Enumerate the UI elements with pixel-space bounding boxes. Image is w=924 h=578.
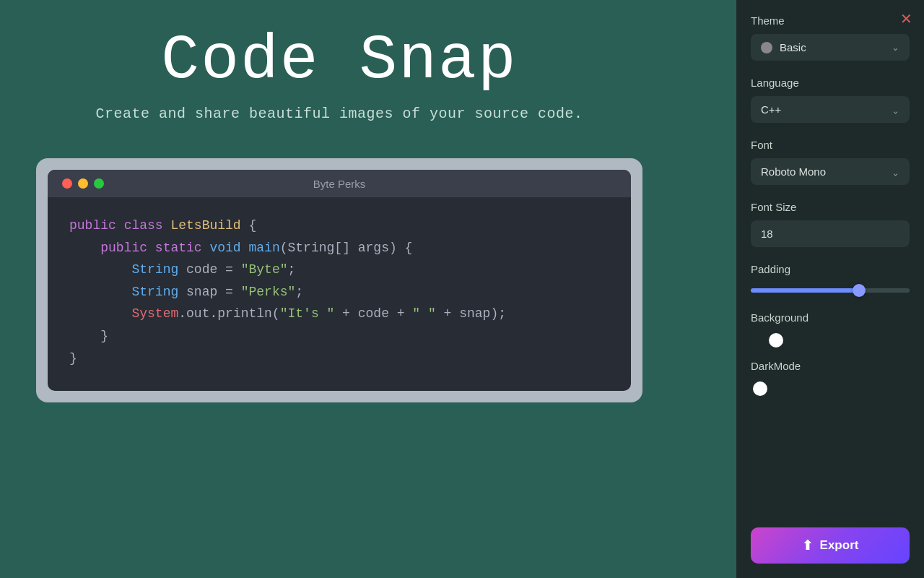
- font-size-label: Font Size: [751, 201, 910, 213]
- font-size-input[interactable]: [751, 220, 910, 247]
- padding-slider[interactable]: [751, 288, 910, 293]
- language-label: Language: [751, 77, 910, 89]
- font-select[interactable]: Roboto Mono Fira Code JetBrains Mono Sou…: [751, 158, 910, 185]
- code-line-4: String snap = "Perks";: [69, 281, 609, 303]
- padding-section: Padding: [751, 263, 910, 296]
- export-label: Export: [820, 538, 859, 553]
- code-line-6: }: [69, 325, 609, 348]
- code-line-1: public class LetsBuild {: [69, 215, 609, 237]
- app-subtitle: Create and share beautiful images of you…: [95, 105, 583, 122]
- darkmode-section: DarkMode: [751, 360, 910, 392]
- theme-label: Theme: [751, 14, 910, 27]
- export-button[interactable]: ⬆ Export: [751, 527, 910, 564]
- app-title: Code Snap: [161, 29, 517, 92]
- language-section: Language C++ JavaScript Python Java Type…: [751, 77, 910, 123]
- font-size-section: Font Size: [751, 201, 910, 247]
- font-section: Font Roboto Mono Fira Code JetBrains Mon…: [751, 139, 910, 185]
- traffic-dot-yellow: [78, 178, 88, 189]
- code-line-2: public static void main(String[] args) {: [69, 237, 609, 259]
- code-line-5: System.out.println("It's " + code + " " …: [69, 303, 609, 325]
- code-body: public class LetsBuild { public static v…: [48, 197, 631, 391]
- darkmode-toggle-thumb: [753, 381, 767, 396]
- theme-section: Theme Basic ⌄: [751, 14, 910, 61]
- font-label: Font: [751, 139, 910, 151]
- padding-label: Padding: [751, 263, 910, 275]
- background-label: Background: [751, 311, 910, 324]
- traffic-dot-red: [62, 178, 72, 189]
- theme-chevron-icon: ⌄: [892, 42, 899, 53]
- theme-select-row[interactable]: Basic ⌄: [751, 34, 910, 61]
- export-icon: ⬆: [802, 538, 813, 553]
- theme-value: Basic: [780, 41, 892, 53]
- settings-panel: ✕ Theme Basic ⌄ Language C++ JavaScript …: [736, 0, 924, 578]
- language-select[interactable]: C++ JavaScript Python Java TypeScript Ru…: [751, 96, 910, 123]
- theme-dot-icon: [761, 42, 772, 53]
- traffic-dot-green: [94, 178, 104, 189]
- main-content: Code Snap Create and share beautiful ima…: [0, 0, 679, 578]
- close-button[interactable]: ✕: [900, 12, 912, 26]
- code-line-3: String code = "Byte";: [69, 259, 609, 281]
- window-title: Byte Perks: [313, 178, 366, 190]
- code-titlebar: Byte Perks: [48, 170, 631, 197]
- code-window-wrapper: Byte Perks public class LetsBuild { publ…: [36, 158, 642, 402]
- language-select-wrapper: C++ JavaScript Python Java TypeScript Ru…: [751, 96, 910, 123]
- code-window: Byte Perks public class LetsBuild { publ…: [48, 170, 631, 391]
- background-toggle-thumb: [769, 333, 783, 348]
- darkmode-label: DarkMode: [751, 360, 910, 372]
- code-line-7: }: [69, 348, 609, 370]
- background-section: Background: [751, 311, 910, 344]
- traffic-lights: [62, 178, 104, 189]
- font-select-wrapper: Roboto Mono Fira Code JetBrains Mono Sou…: [751, 158, 910, 185]
